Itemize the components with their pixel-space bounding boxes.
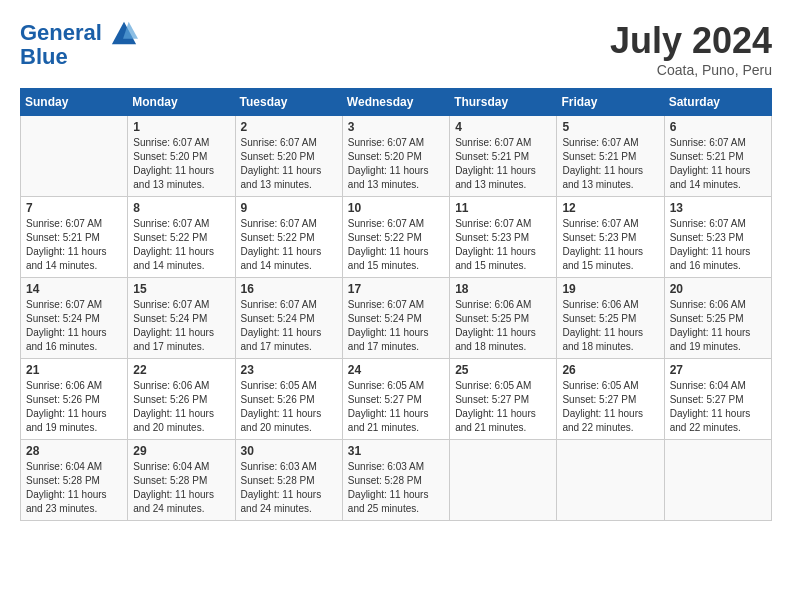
- calendar-cell: 29Sunrise: 6:04 AMSunset: 5:28 PMDayligh…: [128, 440, 235, 521]
- day-number: 14: [26, 282, 122, 296]
- calendar-cell: 4Sunrise: 6:07 AMSunset: 5:21 PMDaylight…: [450, 116, 557, 197]
- calendar-cell: 23Sunrise: 6:05 AMSunset: 5:26 PMDayligh…: [235, 359, 342, 440]
- day-info: Sunrise: 6:07 AMSunset: 5:21 PMDaylight:…: [670, 136, 766, 192]
- calendar-cell: 31Sunrise: 6:03 AMSunset: 5:28 PMDayligh…: [342, 440, 449, 521]
- calendar-cell: 20Sunrise: 6:06 AMSunset: 5:25 PMDayligh…: [664, 278, 771, 359]
- day-number: 30: [241, 444, 337, 458]
- location: Coata, Puno, Peru: [610, 62, 772, 78]
- day-header-sunday: Sunday: [21, 89, 128, 116]
- day-info: Sunrise: 6:05 AMSunset: 5:26 PMDaylight:…: [241, 379, 337, 435]
- calendar-week-row: 7Sunrise: 6:07 AMSunset: 5:21 PMDaylight…: [21, 197, 772, 278]
- day-info: Sunrise: 6:06 AMSunset: 5:26 PMDaylight:…: [133, 379, 229, 435]
- day-header-thursday: Thursday: [450, 89, 557, 116]
- day-info: Sunrise: 6:07 AMSunset: 5:21 PMDaylight:…: [562, 136, 658, 192]
- calendar-cell: 7Sunrise: 6:07 AMSunset: 5:21 PMDaylight…: [21, 197, 128, 278]
- calendar-cell: 5Sunrise: 6:07 AMSunset: 5:21 PMDaylight…: [557, 116, 664, 197]
- day-info: Sunrise: 6:07 AMSunset: 5:22 PMDaylight:…: [133, 217, 229, 273]
- day-header-saturday: Saturday: [664, 89, 771, 116]
- calendar-cell: 22Sunrise: 6:06 AMSunset: 5:26 PMDayligh…: [128, 359, 235, 440]
- calendar-cell: 15Sunrise: 6:07 AMSunset: 5:24 PMDayligh…: [128, 278, 235, 359]
- day-number: 4: [455, 120, 551, 134]
- calendar-cell: 3Sunrise: 6:07 AMSunset: 5:20 PMDaylight…: [342, 116, 449, 197]
- calendar-cell: 1Sunrise: 6:07 AMSunset: 5:20 PMDaylight…: [128, 116, 235, 197]
- calendar-cell: [450, 440, 557, 521]
- day-info: Sunrise: 6:07 AMSunset: 5:20 PMDaylight:…: [241, 136, 337, 192]
- day-number: 11: [455, 201, 551, 215]
- day-info: Sunrise: 6:07 AMSunset: 5:23 PMDaylight:…: [562, 217, 658, 273]
- calendar-cell: [557, 440, 664, 521]
- day-info: Sunrise: 6:07 AMSunset: 5:22 PMDaylight:…: [241, 217, 337, 273]
- calendar-cell: 19Sunrise: 6:06 AMSunset: 5:25 PMDayligh…: [557, 278, 664, 359]
- day-number: 13: [670, 201, 766, 215]
- calendar-cell: 14Sunrise: 6:07 AMSunset: 5:24 PMDayligh…: [21, 278, 128, 359]
- day-number: 23: [241, 363, 337, 377]
- calendar-table: SundayMondayTuesdayWednesdayThursdayFrid…: [20, 88, 772, 521]
- page-header: General Blue July 2024 Coata, Puno, Peru: [20, 20, 772, 78]
- day-info: Sunrise: 6:07 AMSunset: 5:22 PMDaylight:…: [348, 217, 444, 273]
- day-info: Sunrise: 6:05 AMSunset: 5:27 PMDaylight:…: [455, 379, 551, 435]
- day-info: Sunrise: 6:07 AMSunset: 5:24 PMDaylight:…: [133, 298, 229, 354]
- day-number: 12: [562, 201, 658, 215]
- day-number: 28: [26, 444, 122, 458]
- day-info: Sunrise: 6:03 AMSunset: 5:28 PMDaylight:…: [241, 460, 337, 516]
- day-number: 9: [241, 201, 337, 215]
- day-number: 2: [241, 120, 337, 134]
- calendar-week-row: 21Sunrise: 6:06 AMSunset: 5:26 PMDayligh…: [21, 359, 772, 440]
- day-info: Sunrise: 6:06 AMSunset: 5:26 PMDaylight:…: [26, 379, 122, 435]
- day-info: Sunrise: 6:06 AMSunset: 5:25 PMDaylight:…: [455, 298, 551, 354]
- calendar-cell: 24Sunrise: 6:05 AMSunset: 5:27 PMDayligh…: [342, 359, 449, 440]
- day-number: 16: [241, 282, 337, 296]
- calendar-cell: 18Sunrise: 6:06 AMSunset: 5:25 PMDayligh…: [450, 278, 557, 359]
- day-number: 15: [133, 282, 229, 296]
- day-info: Sunrise: 6:04 AMSunset: 5:28 PMDaylight:…: [26, 460, 122, 516]
- day-number: 1: [133, 120, 229, 134]
- calendar-cell: 13Sunrise: 6:07 AMSunset: 5:23 PMDayligh…: [664, 197, 771, 278]
- day-info: Sunrise: 6:04 AMSunset: 5:28 PMDaylight:…: [133, 460, 229, 516]
- day-header-tuesday: Tuesday: [235, 89, 342, 116]
- day-number: 20: [670, 282, 766, 296]
- day-number: 22: [133, 363, 229, 377]
- calendar-cell: 16Sunrise: 6:07 AMSunset: 5:24 PMDayligh…: [235, 278, 342, 359]
- month-title: July 2024: [610, 20, 772, 62]
- calendar-cell: 30Sunrise: 6:03 AMSunset: 5:28 PMDayligh…: [235, 440, 342, 521]
- calendar-cell: 11Sunrise: 6:07 AMSunset: 5:23 PMDayligh…: [450, 197, 557, 278]
- calendar-cell: 12Sunrise: 6:07 AMSunset: 5:23 PMDayligh…: [557, 197, 664, 278]
- title-block: July 2024 Coata, Puno, Peru: [610, 20, 772, 78]
- day-number: 25: [455, 363, 551, 377]
- calendar-week-row: 1Sunrise: 6:07 AMSunset: 5:20 PMDaylight…: [21, 116, 772, 197]
- day-info: Sunrise: 6:05 AMSunset: 5:27 PMDaylight:…: [348, 379, 444, 435]
- day-number: 26: [562, 363, 658, 377]
- day-info: Sunrise: 6:07 AMSunset: 5:23 PMDaylight:…: [670, 217, 766, 273]
- day-info: Sunrise: 6:07 AMSunset: 5:24 PMDaylight:…: [26, 298, 122, 354]
- logo: General Blue: [20, 20, 138, 70]
- day-number: 8: [133, 201, 229, 215]
- day-info: Sunrise: 6:07 AMSunset: 5:20 PMDaylight:…: [348, 136, 444, 192]
- calendar-cell: 2Sunrise: 6:07 AMSunset: 5:20 PMDaylight…: [235, 116, 342, 197]
- calendar-cell: 8Sunrise: 6:07 AMSunset: 5:22 PMDaylight…: [128, 197, 235, 278]
- day-header-monday: Monday: [128, 89, 235, 116]
- calendar-cell: 21Sunrise: 6:06 AMSunset: 5:26 PMDayligh…: [21, 359, 128, 440]
- calendar-cell: 10Sunrise: 6:07 AMSunset: 5:22 PMDayligh…: [342, 197, 449, 278]
- day-info: Sunrise: 6:05 AMSunset: 5:27 PMDaylight:…: [562, 379, 658, 435]
- calendar-cell: 28Sunrise: 6:04 AMSunset: 5:28 PMDayligh…: [21, 440, 128, 521]
- day-info: Sunrise: 6:07 AMSunset: 5:21 PMDaylight:…: [26, 217, 122, 273]
- day-info: Sunrise: 6:07 AMSunset: 5:21 PMDaylight:…: [455, 136, 551, 192]
- day-number: 7: [26, 201, 122, 215]
- day-number: 29: [133, 444, 229, 458]
- day-header-friday: Friday: [557, 89, 664, 116]
- day-number: 6: [670, 120, 766, 134]
- calendar-header-row: SundayMondayTuesdayWednesdayThursdayFrid…: [21, 89, 772, 116]
- day-info: Sunrise: 6:07 AMSunset: 5:23 PMDaylight:…: [455, 217, 551, 273]
- calendar-cell: 17Sunrise: 6:07 AMSunset: 5:24 PMDayligh…: [342, 278, 449, 359]
- day-info: Sunrise: 6:07 AMSunset: 5:24 PMDaylight:…: [348, 298, 444, 354]
- calendar-week-row: 14Sunrise: 6:07 AMSunset: 5:24 PMDayligh…: [21, 278, 772, 359]
- day-header-wednesday: Wednesday: [342, 89, 449, 116]
- calendar-cell: 26Sunrise: 6:05 AMSunset: 5:27 PMDayligh…: [557, 359, 664, 440]
- day-number: 3: [348, 120, 444, 134]
- calendar-cell: 27Sunrise: 6:04 AMSunset: 5:27 PMDayligh…: [664, 359, 771, 440]
- day-number: 24: [348, 363, 444, 377]
- day-info: Sunrise: 6:03 AMSunset: 5:28 PMDaylight:…: [348, 460, 444, 516]
- day-info: Sunrise: 6:06 AMSunset: 5:25 PMDaylight:…: [562, 298, 658, 354]
- day-info: Sunrise: 6:07 AMSunset: 5:24 PMDaylight:…: [241, 298, 337, 354]
- calendar-week-row: 28Sunrise: 6:04 AMSunset: 5:28 PMDayligh…: [21, 440, 772, 521]
